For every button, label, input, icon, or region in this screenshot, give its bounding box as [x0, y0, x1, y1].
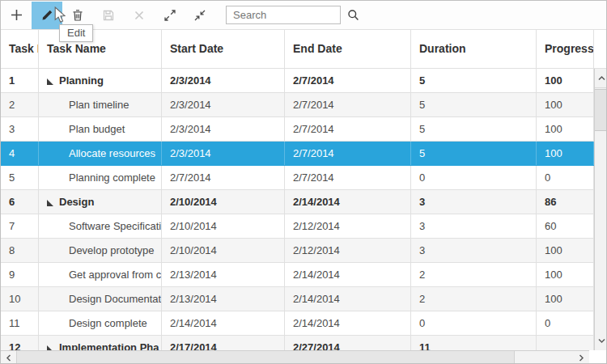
cancel-button[interactable] — [124, 2, 155, 29]
cell: 2/3/2014 — [162, 93, 285, 116]
cell: 9 — [1, 263, 39, 286]
chevron-down-icon — [597, 337, 606, 345]
header-filler — [594, 30, 606, 69]
table-row-3[interactable]: 3Plan budget2/3/20142/7/20145100 — [1, 117, 594, 142]
horizontal-scroll-thumb[interactable] — [16, 351, 515, 364]
search-area — [226, 3, 365, 28]
cell: Allocate resources — [39, 142, 162, 165]
collapse-triangle-icon[interactable] — [47, 78, 53, 85]
cell: 2/14/2014 — [285, 190, 411, 214]
cell: 2/7/2014 — [285, 69, 411, 92]
grid-body: 1Planning2/3/20142/7/201451002Plan timel… — [1, 69, 594, 350]
vertical-scroll-thumb[interactable] — [595, 89, 607, 131]
task-name: Develop prototype — [69, 244, 155, 256]
chevron-up-icon — [597, 74, 606, 82]
cell: Software Specificatio — [39, 214, 162, 238]
close-icon — [134, 11, 144, 20]
plus-icon — [11, 9, 23, 21]
cell: 2/10/2014 — [162, 214, 285, 238]
cell: 10 — [1, 287, 39, 311]
chevron-right-icon — [578, 353, 585, 362]
collapse-all-button[interactable] — [185, 2, 214, 29]
cell: 2/7/2014 — [285, 142, 411, 165]
scroll-down-button[interactable] — [595, 331, 607, 350]
cell: Implementation Pha — [39, 336, 162, 350]
cell: 2/13/2014 — [162, 287, 285, 311]
table-row-7[interactable]: 7Software Specificatio2/10/20142/12/2014… — [1, 214, 594, 239]
cell: 3 — [411, 239, 537, 262]
table-row-9[interactable]: 9Get approval from c2/13/20142/14/201421… — [1, 263, 594, 287]
table-row-1[interactable]: 1Planning2/3/20142/7/20145100 — [1, 69, 594, 93]
task-name: Software Specificatio — [69, 220, 162, 232]
search-button[interactable] — [341, 3, 365, 28]
trash-icon — [72, 9, 83, 21]
column-header-start-date[interactable]: Start Date — [162, 30, 285, 69]
cell: 2 — [1, 93, 39, 116]
vertical-scrollbar[interactable] — [594, 69, 607, 350]
expand-arrows-icon — [164, 10, 176, 21]
column-header-duration[interactable]: Duration — [411, 30, 537, 69]
expand-all-button[interactable] — [155, 2, 185, 29]
table-row-2[interactable]: 2Plan timeline2/3/20142/7/20145100 — [1, 93, 594, 117]
cell: Planning complete — [39, 166, 162, 189]
cell: Plan timeline — [39, 93, 162, 116]
cell: 2/12/2014 — [285, 214, 411, 238]
search-input[interactable] — [226, 6, 341, 24]
task-name: Planning — [59, 74, 104, 87]
cell: 2/14/2014 — [285, 287, 411, 311]
scroll-left-button[interactable] — [1, 351, 16, 364]
cell: 0 — [537, 166, 594, 189]
task-name: Design Documentat — [69, 293, 161, 305]
horizontal-scrollbar[interactable] — [1, 350, 589, 364]
table-row-5[interactable]: 5Planning complete2/7/20142/7/201400 — [1, 166, 594, 190]
cell: 2/14/2014 — [162, 311, 285, 335]
cell: 2/3/2014 — [162, 117, 285, 141]
scroll-up-button[interactable] — [595, 69, 607, 88]
chevron-left-icon — [5, 353, 12, 362]
save-button[interactable] — [93, 2, 124, 29]
collapse-triangle-icon[interactable] — [47, 200, 53, 206]
cell: 3 — [1, 117, 39, 141]
task-name: Get approval from c — [69, 269, 161, 281]
cell: 2/10/2014 — [162, 239, 285, 262]
table-row-12[interactable]: 12Implementation Pha2/17/20142/27/201411 — [1, 336, 594, 350]
edit-tooltip: Edit — [59, 24, 93, 42]
cell — [537, 336, 594, 350]
cell: 2/7/2014 — [285, 166, 411, 189]
cell: 11 — [1, 311, 39, 335]
cell: 2/7/2014 — [162, 166, 285, 189]
cell: 5 — [411, 69, 537, 92]
task-name: Planning complete — [69, 171, 155, 184]
cell: 100 — [537, 117, 594, 141]
cell: 5 — [1, 166, 39, 189]
task-name: Plan budget — [69, 123, 125, 135]
cell: 3 — [411, 190, 537, 214]
table-row-6[interactable]: 6Design2/10/20142/14/2014386 — [1, 190, 594, 214]
table-row-10[interactable]: 10Design Documentat2/13/20142/14/2014210… — [1, 287, 594, 311]
cell: 3 — [411, 214, 537, 238]
cell: Design complete — [39, 311, 162, 335]
task-name: Design complete — [69, 317, 147, 329]
cell: 0 — [411, 166, 537, 189]
column-header-end-date[interactable]: End Date — [285, 30, 411, 69]
cell: Planning — [39, 69, 162, 92]
cell: 2/17/2014 — [162, 336, 285, 350]
cell: 1 — [1, 69, 39, 92]
column-header-progress[interactable]: Progress — [537, 30, 594, 69]
cell: 12 — [1, 336, 39, 350]
cell: Plan budget — [39, 117, 162, 141]
cell: 2 — [411, 263, 537, 286]
task-name: Implementation Pha — [59, 341, 159, 350]
pencil-icon — [41, 9, 53, 21]
cell: 2/13/2014 — [162, 263, 285, 286]
table-row-8[interactable]: 8Develop prototype2/10/20142/12/20143100 — [1, 239, 594, 263]
scroll-right-button[interactable] — [574, 351, 589, 364]
column-header-task-name[interactable]: Task Name — [39, 30, 162, 69]
table-row-4[interactable]: 4Allocate resources2/3/20142/7/20145100 — [1, 142, 594, 166]
column-header-task-id[interactable]: Task Id — [1, 30, 39, 69]
table-row-11[interactable]: 11Design complete2/14/20142/14/201400 — [1, 311, 594, 336]
cell: 0 — [411, 311, 537, 335]
search-icon — [347, 9, 359, 21]
add-button[interactable] — [1, 2, 32, 29]
collapse-arrows-icon — [194, 10, 206, 21]
